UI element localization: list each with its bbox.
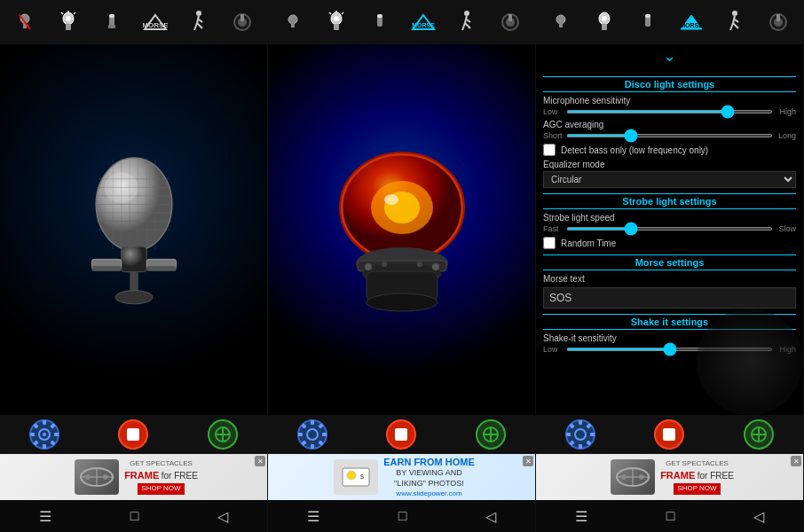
nav-home-3[interactable]: □: [656, 505, 686, 528]
svg-rect-146: [566, 433, 571, 436]
equalizer-select[interactable]: Circular Linear Bars Wave: [543, 171, 796, 188]
svg-text:MORSE: MORSE: [412, 22, 435, 28]
stop-button-3[interactable]: [650, 415, 689, 454]
svg-point-14: [196, 11, 201, 16]
ad-close-1[interactable]: ✕: [255, 456, 265, 466]
svg-rect-21: [240, 14, 244, 21]
walk-icon-2[interactable]: [453, 8, 481, 36]
flashlight-on-icon-2[interactable]: [322, 8, 351, 36]
expand-button-1[interactable]: [203, 415, 242, 454]
panel-settings: MORSE ⌄ Disco light sett: [536, 0, 804, 532]
settings-button-2[interactable]: [293, 415, 332, 454]
ad-close-2[interactable]: ✕: [523, 456, 533, 466]
nav-menu-2[interactable]: ☰: [296, 505, 330, 528]
speed-fast-label: Fast: [543, 224, 563, 233]
walk-icon[interactable]: [185, 8, 213, 36]
agc-slider[interactable]: [566, 134, 773, 137]
morse-icon[interactable]: MORSE: [141, 8, 169, 36]
flashlight-off-icon-3[interactable]: [547, 8, 575, 36]
strobe-light-svg: [313, 132, 491, 327]
walk-icon-3[interactable]: [721, 8, 749, 36]
power-icon-2[interactable]: [496, 8, 524, 36]
svg-point-158: [639, 474, 644, 480]
svg-rect-110: [298, 433, 303, 436]
nav-back-1[interactable]: ◁: [207, 505, 239, 528]
svg-line-15: [197, 16, 199, 23]
flashlight-on-icon[interactable]: [54, 8, 83, 36]
chevron-down-icon[interactable]: ⌄: [536, 46, 803, 66]
nav-home-1[interactable]: □: [120, 505, 150, 528]
flashlight-off-icon-2[interactable]: [279, 8, 307, 36]
svg-rect-10: [108, 25, 115, 28]
svg-point-98: [365, 263, 372, 270]
equalizer-select-row: Circular Linear Bars Wave: [543, 171, 796, 188]
svg-point-36: [104, 172, 138, 202]
stop-button-1[interactable]: [114, 415, 153, 454]
svg-line-8: [61, 12, 63, 14]
svg-rect-113: [395, 428, 407, 441]
svg-line-82: [467, 20, 470, 22]
svg-point-78: [464, 11, 469, 16]
svg-rect-47: [43, 420, 46, 425]
flashlight-off-icon[interactable]: [11, 8, 39, 36]
morse-text-input[interactable]: [543, 287, 796, 309]
detect-bass-checkbox[interactable]: [543, 144, 556, 156]
svg-point-65: [103, 474, 108, 480]
svg-point-97: [367, 293, 437, 311]
agc-short-label: Short: [543, 131, 563, 140]
torch-icon-3[interactable]: [634, 8, 662, 36]
detect-bass-row: Detect bass only (low frequency only): [543, 144, 796, 156]
svg-rect-142: [590, 433, 595, 436]
strobe-speed-slider[interactable]: [566, 227, 773, 231]
toolbar-panel3: MORSE: [536, 0, 803, 44]
svg-line-132: [730, 23, 733, 30]
ad-banner-2: $ EARN FROM HOME BY VIEWING AND "LIKING"…: [268, 454, 535, 500]
torch-icon-2[interactable]: [366, 8, 394, 36]
nav-back-3[interactable]: ◁: [743, 505, 775, 528]
svg-text:MORSE: MORSE: [680, 22, 703, 28]
svg-text:$: $: [360, 473, 364, 480]
strobe-display: [268, 44, 535, 415]
svg-point-70: [334, 16, 339, 21]
expand-button-3[interactable]: [739, 415, 778, 454]
expand-button-2[interactable]: [471, 415, 510, 454]
svg-point-125: [602, 16, 607, 21]
svg-point-5: [66, 16, 71, 21]
speed-slow-label: Slow: [776, 224, 796, 233]
svg-line-73: [329, 12, 331, 14]
random-time-checkbox[interactable]: [543, 237, 556, 249]
mic-low-label: Low: [543, 107, 563, 116]
power-off-icon[interactable]: [228, 8, 256, 36]
svg-rect-85: [508, 14, 512, 21]
svg-rect-37: [121, 246, 146, 272]
svg-point-127: [645, 14, 650, 18]
svg-point-46: [43, 433, 46, 436]
svg-line-16: [194, 23, 197, 30]
toolbar-panel2: MORSE: [268, 0, 535, 44]
flashlight-on-icon-3[interactable]: [590, 8, 619, 36]
torch-icon[interactable]: [98, 8, 126, 36]
morse-icon-3[interactable]: MORSE: [677, 8, 705, 36]
svg-point-99: [432, 263, 439, 270]
morse-icon-2[interactable]: MORSE: [409, 8, 437, 36]
nav-menu-1[interactable]: ☰: [28, 505, 62, 528]
panel-strobe: MORSE: [268, 0, 536, 532]
settings-button-3[interactable]: [561, 415, 600, 454]
nav-back-2[interactable]: ◁: [475, 505, 507, 528]
ad-banner-1: GET SPECTACLES FRAME for FREE SHOP NOW ✕: [0, 454, 267, 500]
svg-rect-137: [776, 14, 780, 21]
mic-sensitivity-row: Microphone sensitivity Low High: [543, 96, 796, 116]
morse-text-label: Morse text: [543, 274, 796, 284]
power-icon-3[interactable]: [764, 8, 792, 36]
stop-button-2[interactable]: [382, 415, 421, 454]
morse-section-title: Morse settings: [543, 254, 796, 270]
svg-point-64: [85, 474, 91, 480]
svg-rect-124: [602, 24, 607, 30]
ad-close-3[interactable]: ✕: [791, 456, 801, 466]
settings-button-1[interactable]: [25, 415, 64, 454]
svg-rect-122: [559, 23, 563, 27]
mic-sensitivity-slider[interactable]: [566, 110, 773, 113]
nav-menu-3[interactable]: ☰: [564, 505, 598, 528]
ad-text-2: EARN FROM HOME BY VIEWING AND "LIKING" P…: [383, 456, 475, 498]
nav-home-2[interactable]: □: [388, 505, 418, 528]
